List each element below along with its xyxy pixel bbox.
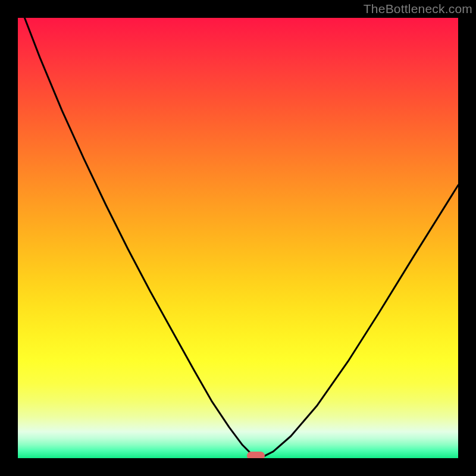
bottleneck-curve <box>18 18 458 458</box>
optimal-marker-pill <box>247 452 265 458</box>
chart-frame: TheBottleneck.com <box>0 0 476 476</box>
watermark-text: TheBottleneck.com <box>364 2 472 16</box>
plot-area <box>18 18 458 458</box>
curve-path <box>18 18 458 456</box>
